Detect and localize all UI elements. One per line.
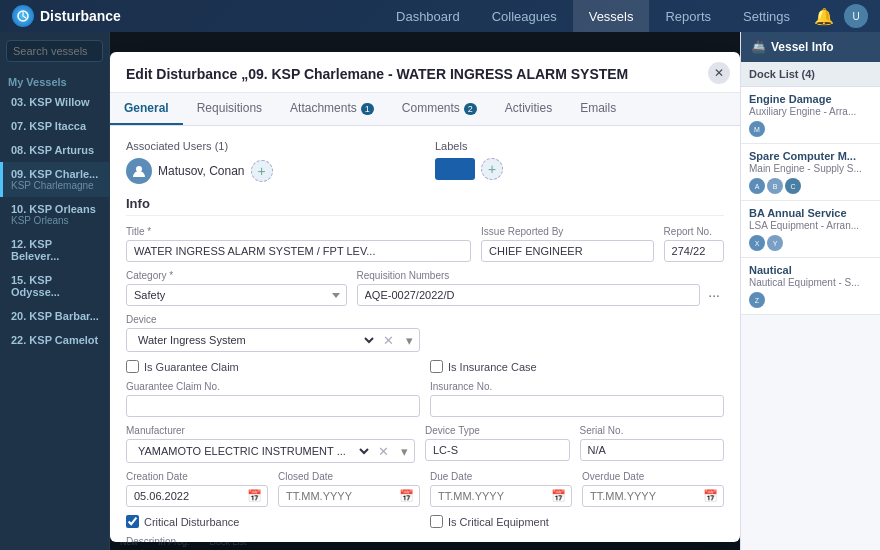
sidebar-item-name-03: 03. KSP Willow (11, 96, 101, 108)
add-label-button[interactable]: + (481, 158, 503, 180)
sidebar-item-name-09: 09. KSP Charle... (11, 168, 101, 180)
form-row-6: Manufacturer YAMAMOTO ELECTRIC INSTRUMEN… (126, 425, 724, 463)
manufacturer-select[interactable]: YAMAMOTO ELECTRIC INSTRUMENT ... (127, 440, 372, 462)
sidebar-item-name-20: 20. KSP Barbar... (11, 310, 101, 322)
nav-colleagues[interactable]: Colleagues (476, 0, 573, 32)
tab-activities[interactable]: Activities (491, 93, 566, 125)
insurance-no-input[interactable] (430, 395, 724, 417)
tab-emails[interactable]: Emails (566, 93, 630, 125)
critical-equipment-label[interactable]: Is Critical Equipment (448, 516, 549, 528)
nav-settings[interactable]: Settings (727, 0, 806, 32)
bell-icon[interactable]: 🔔 (814, 7, 834, 26)
edit-disturbance-modal: Edit Disturbance „09. KSP Charlemane - W… (110, 52, 740, 542)
associated-users-list: Matusov, Conan + (126, 158, 415, 184)
dock-item-3[interactable]: Nautical Nautical Equipment - S... Z (741, 258, 880, 315)
due-date-label: Due Date (430, 471, 572, 482)
nav-dashboard[interactable]: Dashboard (380, 0, 476, 32)
category-group: Category * Safety (126, 270, 347, 306)
guarantee-claim-no-group: Guarantee Claim No. (126, 381, 420, 417)
due-date-input[interactable] (430, 485, 572, 507)
serial-no-input[interactable] (580, 439, 725, 461)
device-select[interactable]: Water Ingress System (127, 329, 377, 351)
label-swatch-blue[interactable] (435, 158, 475, 180)
insurance-case-checkbox[interactable] (430, 360, 443, 373)
sidebar-item-22[interactable]: 22. KSP Camelot (0, 328, 109, 352)
sidebar-item-name-12: 12. KSP Belever... (11, 238, 101, 262)
title-input[interactable] (126, 240, 471, 262)
critical-disturbance-checkbox[interactable] (126, 515, 139, 528)
insurance-no-label: Insurance No. (430, 381, 724, 392)
user-avatar[interactable]: U (844, 4, 868, 28)
tab-attachments[interactable]: Attachments1 (276, 93, 388, 125)
add-user-button[interactable]: + (251, 160, 273, 182)
category-select[interactable]: Safety (126, 284, 347, 306)
topnav-right: 🔔 U (814, 4, 868, 28)
nav-vessels[interactable]: Vessels (573, 0, 650, 32)
dock-item-avatars-1: A B C (749, 178, 872, 194)
sidebar-item-20[interactable]: 20. KSP Barbar... (0, 304, 109, 328)
sidebar-item-03[interactable]: 03. KSP Willow (0, 90, 109, 114)
dock-item-avatars-2: X Y (749, 235, 872, 251)
sidebar-item-12[interactable]: 12. KSP Belever... (0, 232, 109, 268)
serial-no-label: Serial No. (580, 425, 725, 436)
manufacturer-clear-button[interactable]: ✕ (372, 444, 395, 459)
overdue-date-input[interactable] (582, 485, 724, 507)
dock-item-2[interactable]: BA Annual Service LSA Equipment - Arran.… (741, 201, 880, 258)
guarantee-claim-no-input[interactable] (126, 395, 420, 417)
insurance-no-group: Insurance No. (430, 381, 724, 417)
nav-items: Dashboard Colleagues Vessels Reports Set… (380, 0, 806, 32)
search-input[interactable] (6, 40, 103, 62)
dock-avatar-0-0: M (749, 121, 765, 137)
device-clear-button[interactable]: ✕ (377, 333, 400, 348)
requisition-input[interactable] (357, 284, 701, 306)
critical-disturbance-label[interactable]: Critical Disturbance (144, 516, 239, 528)
app-title: Disturbance (40, 8, 121, 24)
dock-item-title-3: Nautical (749, 264, 872, 276)
device-type-input[interactable] (425, 439, 570, 461)
tab-comments[interactable]: Comments2 (388, 93, 491, 125)
overdue-date-wrapper: 📅 (582, 485, 724, 507)
sidebar-item-sub-09: KSP Charlemagne (11, 180, 101, 191)
sidebar-item-10[interactable]: 10. KSP Orleans KSP Orleans (0, 197, 109, 232)
critical-disturbance-group: Critical Disturbance (126, 515, 420, 528)
report-no-input[interactable] (664, 240, 724, 262)
creation-date-input[interactable] (126, 485, 268, 507)
modal-tabs: General Requisitions Attachments1 Commen… (110, 93, 740, 126)
issue-reported-input[interactable] (481, 240, 654, 262)
tab-general[interactable]: General (110, 93, 183, 125)
guarantee-claim-label[interactable]: Is Guarantee Claim (144, 361, 239, 373)
closed-date-label: Closed Date (278, 471, 420, 482)
nav-reports[interactable]: Reports (649, 0, 727, 32)
form-row-5: Guarantee Claim No. Insurance No. (126, 381, 724, 417)
content-area: Edit Disturbance „09. KSP Charlemane - W… (110, 32, 740, 550)
dock-item-0[interactable]: Engine Damage Auxiliary Engine - Arra...… (741, 87, 880, 144)
assoc-row: Associated Users (1) Matusov, Conan + La… (126, 140, 724, 184)
insurance-case-label[interactable]: Is Insurance Case (448, 361, 537, 373)
guarantee-claim-checkbox[interactable] (126, 360, 139, 373)
app-logo[interactable]: Disturbance (12, 5, 121, 27)
sidebar-item-name-10: 10. KSP Orleans (11, 203, 101, 215)
sidebar-item-15[interactable]: 15. KSP Odysse... (0, 268, 109, 304)
dock-avatar-1-2: C (785, 178, 801, 194)
closed-date-input[interactable] (278, 485, 420, 507)
title-group: Title * (126, 226, 471, 262)
description-group: Description FPT Water Level Sensor (Elec… (126, 536, 724, 542)
sidebar: My Vessels 03. KSP Willow 07. KSP Itacca… (0, 32, 110, 550)
issue-reported-group: Issue Reported By (481, 226, 654, 262)
critical-equipment-checkbox[interactable] (430, 515, 443, 528)
dock-item-title-0: Engine Damage (749, 93, 872, 105)
tab-requisitions[interactable]: Requisitions (183, 93, 276, 125)
manufacturer-select-wrapper: YAMAMOTO ELECTRIC INSTRUMENT ... ✕ ▾ (126, 439, 415, 463)
modal-close-button[interactable]: ✕ (708, 62, 730, 84)
closed-date-wrapper: 📅 (278, 485, 420, 507)
creation-date-label: Creation Date (126, 471, 268, 482)
sidebar-item-09[interactable]: 09. KSP Charle... KSP Charlemagne (0, 162, 109, 197)
sidebar-item-07[interactable]: 07. KSP Itacca (0, 114, 109, 138)
attachments-badge: 1 (361, 103, 374, 115)
dock-item-1[interactable]: Spare Computer M... Main Engine - Supply… (741, 144, 880, 201)
dock-item-sub-2: LSA Equipment - Arran... (749, 220, 872, 231)
requisition-dots-button[interactable]: ··· (704, 287, 724, 303)
checkbox-row-1: Is Guarantee Claim Is Insurance Case (126, 360, 724, 373)
dock-avatar-1-1: B (767, 178, 783, 194)
sidebar-item-08[interactable]: 08. KSP Arturus (0, 138, 109, 162)
